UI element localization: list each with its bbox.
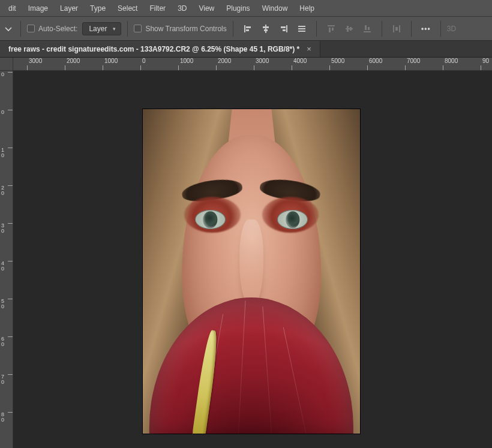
ruler-v-tick-label: 0 [0,72,4,77]
svg-rect-3 [265,25,266,33]
svg-rect-4 [263,26,269,28]
options-bar: Auto-Select: Layer ▾ Show Transform Cont… [0,17,492,41]
close-tab-icon[interactable]: × [305,45,313,53]
ruler-h-tick-label: 90 [481,58,489,65]
ruler-tick-mark [8,185,13,186]
ruler-h-tick: 7000 [405,58,420,70]
tool-preset-chevron-icon[interactable] [2,23,14,35]
show-transform-option[interactable]: Show Transform Controls [134,25,226,33]
divider [316,21,317,37]
ruler-tick-mark [405,65,406,70]
svg-rect-6 [286,25,287,32]
ruler-v-tick-label: 80 [0,412,4,423]
align-hcenter-button[interactable] [257,21,274,37]
auto-select-checkbox[interactable] [27,25,35,32]
auto-select-target-dropdown[interactable]: Layer ▾ [82,22,121,35]
divider [382,21,382,37]
show-transform-checkbox[interactable] [134,25,142,32]
document-tab-strip: free raws - credit signatureedits.com - … [0,41,492,58]
ruler-v-tick-label: 20 [0,185,4,196]
ruler-h-tick: 3000 [27,58,42,70]
artboard-image[interactable] [143,109,360,434]
align-right-button[interactable] [275,21,292,37]
menu-item-filter[interactable]: Filter [143,2,172,15]
ruler-v-tick: 0 [0,72,13,77]
document-tab[interactable]: free raws - credit signatureedits.com - … [0,41,320,57]
ruler-v-tick: 50 [0,299,13,309]
ruler-h-tick-label: 3000 [27,58,42,65]
menu-item-type[interactable]: Type [84,2,112,15]
menu-item-window[interactable]: Window [256,2,294,15]
menu-item-edit[interactable]: dit [2,2,22,15]
ruler-v-tick-label: 30 [0,223,4,234]
auto-select-target-value: Layer [89,25,107,33]
align-left-button[interactable] [239,21,256,37]
auto-select-label: Auto-Select: [38,25,77,33]
image-eye-left [195,210,226,229]
ruler-h-tick-label: 4000 [292,58,307,65]
ruler-h-tick: 2000 [216,58,231,70]
svg-rect-18 [364,31,371,32]
auto-select-option[interactable]: Auto-Select: [27,25,77,33]
ruler-h-tick-label: 6000 [367,58,382,65]
ruler-v-tick: 70 [0,374,13,385]
ruler-h-tick: 90 [481,58,489,70]
distribute-hspacing-button[interactable] [388,21,405,37]
ruler-h-tick-label: 8000 [443,58,458,65]
ruler-h-tick: 5000 [329,58,344,70]
svg-rect-5 [264,29,268,31]
ruler-h-tick: 6000 [367,58,382,70]
image-flower-vein [237,300,245,434]
svg-rect-0 [244,25,245,32]
ruler-h-tick-label: 7000 [405,58,420,65]
ruler-h-tick-label: 5000 [329,58,344,65]
ruler-v-tick: 60 [0,336,13,347]
ruler-tick-mark [8,299,13,299]
svg-rect-12 [328,25,335,26]
menu-item-view[interactable]: View [193,2,220,15]
ruler-h-tick-label: 2000 [65,58,80,65]
menu-bar: dit Image Layer Type Select Filter 3D Vi… [0,0,492,17]
distribute-bottom-button[interactable] [359,21,376,37]
menu-item-3d[interactable]: 3D [172,2,193,15]
ruler-tick-mark [8,223,13,224]
divider [440,21,441,37]
canvas[interactable] [13,71,492,448]
svg-rect-13 [329,28,331,32]
align-justify-button[interactable] [293,21,310,37]
ruler-tick-mark [8,261,13,261]
ruler-h-tick: 1000 [103,58,118,70]
ruler-h-tick: 2000 [65,58,80,70]
ruler-h-tick: 1000 [178,58,193,70]
ruler-tick-mark [65,65,65,70]
ruler-h-tick-label: 2000 [216,58,231,65]
ruler-tick-mark [8,110,13,110]
distribute-vcenter-button[interactable] [341,21,358,37]
ruler-tick-mark [140,65,141,70]
ruler-v-tick: 0 [0,110,13,115]
ruler-tick-mark [443,65,443,70]
ruler-horizontal[interactable]: 0300020001000010002000300040005000600070… [13,58,492,71]
svg-rect-11 [298,31,305,32]
document-tab-title: free raws - credit signatureedits.com - … [8,45,299,53]
svg-rect-7 [281,26,286,28]
menu-item-select[interactable]: Select [112,2,143,15]
menu-item-plugins[interactable]: Plugins [220,2,256,15]
ruler-h-tick-label: 1000 [178,58,193,65]
svg-rect-20 [368,27,370,30]
ruler-tick-mark [292,65,292,70]
ruler-h-tick-label: 3000 [254,58,269,65]
ruler-v-tick-label: 10 [0,148,4,158]
ruler-vertical[interactable]: 001020304050607080 [0,71,13,448]
svg-rect-10 [298,28,305,29]
svg-rect-2 [246,29,249,31]
more-options-button[interactable]: ••• [418,21,434,37]
svg-rect-23 [395,27,398,31]
menu-item-help[interactable]: Help [293,2,320,15]
menu-item-layer[interactable]: Layer [54,2,84,15]
svg-rect-1 [246,26,251,28]
distribute-top-button[interactable] [323,21,340,37]
ruler-origin[interactable] [0,58,13,71]
menu-item-image[interactable]: Image [22,2,54,15]
divider [233,21,233,37]
